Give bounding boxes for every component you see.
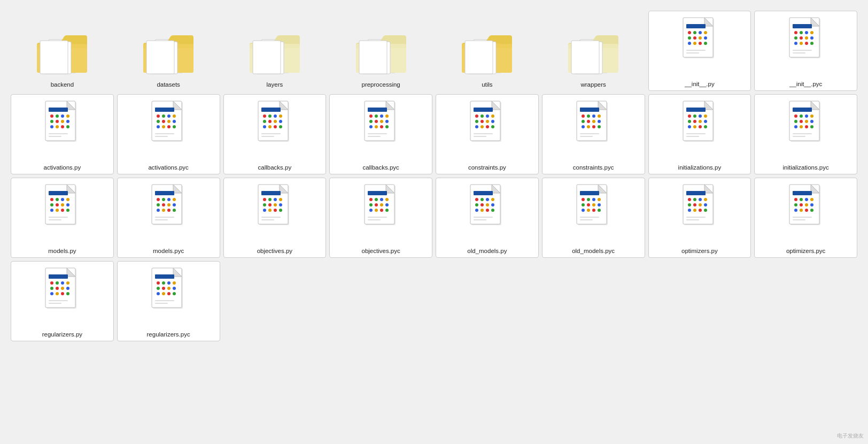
svg-point-177 [587, 125, 590, 128]
svg-point-246 [167, 198, 170, 201]
svg-point-35 [688, 31, 691, 34]
file-item-__init__.pyc[interactable]: __init__.pyc [754, 11, 857, 91]
svg-point-77 [50, 120, 53, 123]
pyfile-icon [150, 100, 187, 146]
svg-point-216 [805, 125, 808, 128]
svg-point-303 [486, 198, 489, 201]
svg-point-94 [167, 114, 170, 118]
file-item-models.py[interactable]: models.py [11, 178, 114, 258]
svg-point-189 [699, 114, 702, 118]
file-item-initializations.pyc[interactable]: initializations.pyc [754, 94, 857, 174]
svg-point-339 [688, 198, 691, 201]
file-item-regularizers.py[interactable]: regularizers.py [11, 261, 114, 341]
svg-point-60 [805, 36, 808, 40]
svg-point-400 [157, 287, 160, 290]
svg-point-115 [263, 120, 266, 123]
svg-point-405 [162, 292, 165, 295]
file-label: constraints.pyc [573, 164, 614, 171]
folder-item-wrappers[interactable]: wrappers [542, 11, 645, 91]
svg-point-193 [699, 120, 702, 123]
svg-point-321 [587, 198, 590, 201]
file-label: __init__.pyc [789, 81, 822, 87]
svg-point-191 [688, 120, 691, 123]
svg-point-119 [263, 125, 266, 128]
svg-point-273 [274, 209, 277, 212]
pyfile-icon [43, 100, 81, 146]
pyfile-icon [362, 100, 400, 146]
svg-point-111 [263, 114, 266, 118]
file-item-old_models.pyc[interactable]: old_models.pyc [542, 178, 645, 258]
file-item-objectives.pyc[interactable]: objectives.pyc [329, 178, 432, 258]
svg-point-245 [162, 198, 165, 201]
svg-point-215 [800, 125, 803, 128]
file-item-callbacks.py[interactable]: callbacks.py [223, 94, 327, 174]
file-item-optimizers.pyc[interactable]: optimizers.pyc [754, 178, 857, 258]
svg-rect-390 [49, 303, 61, 304]
svg-point-170 [592, 114, 595, 118]
svg-point-363 [800, 203, 803, 206]
svg-rect-351 [686, 217, 706, 218]
svg-point-381 [50, 287, 53, 290]
svg-rect-371 [793, 219, 805, 220]
svg-rect-238 [49, 219, 61, 220]
svg-point-331 [598, 209, 601, 212]
svg-point-132 [380, 114, 383, 118]
file-item-old_models.py[interactable]: old_models.py [436, 178, 539, 258]
svg-rect-48 [686, 52, 699, 53]
folder-item-datasets[interactable]: datasets [117, 11, 220, 91]
file-label: old_models.py [467, 248, 507, 254]
svg-point-268 [268, 203, 272, 206]
svg-point-65 [810, 42, 813, 45]
svg-point-244 [157, 198, 160, 201]
svg-point-84 [66, 125, 69, 128]
file-item-__init__.py[interactable]: __init__.py [648, 11, 751, 91]
svg-rect-409 [155, 303, 168, 304]
svg-point-342 [704, 198, 707, 201]
file-item-constraints.pyc[interactable]: constraints.pyc [542, 94, 645, 174]
svg-rect-218 [793, 133, 812, 134]
svg-point-120 [268, 125, 272, 128]
svg-point-121 [274, 125, 277, 128]
file-item-callbacks.pyc[interactable]: callbacks.pyc [329, 94, 432, 174]
svg-point-252 [157, 209, 160, 212]
svg-point-250 [167, 203, 170, 206]
svg-point-59 [800, 36, 803, 40]
svg-point-228 [66, 198, 69, 201]
svg-point-285 [385, 198, 389, 201]
svg-point-248 [157, 203, 160, 206]
svg-point-397 [162, 281, 165, 285]
svg-point-398 [167, 281, 170, 285]
svg-point-179 [598, 125, 601, 128]
svg-point-157 [475, 125, 478, 128]
folder-item-layers[interactable]: layers [223, 11, 327, 91]
file-item-activations.pyc[interactable]: activations.pyc [117, 94, 220, 174]
file-item-models.pyc[interactable]: models.pyc [117, 178, 220, 258]
file-label: models.py [48, 248, 76, 254]
svg-rect-389 [49, 300, 68, 301]
folder-item-backend[interactable]: backend [11, 11, 114, 91]
svg-point-58 [794, 36, 797, 40]
file-item-activations.py[interactable]: activations.py [11, 94, 114, 174]
file-label: initializations.py [678, 164, 722, 171]
folder-item-preprocessing[interactable]: preprocessing [329, 11, 432, 91]
file-label: activations.py [44, 164, 81, 171]
file-item-regularizers.pyc[interactable]: regularizers.pyc [117, 261, 220, 341]
svg-rect-66 [793, 50, 812, 51]
file-item-constraints.py[interactable]: constraints.py [436, 94, 539, 174]
svg-point-214 [794, 125, 797, 128]
svg-point-263 [263, 198, 266, 201]
svg-point-98 [167, 120, 170, 123]
file-item-initializations.py[interactable]: initializations.py [648, 94, 751, 174]
svg-point-194 [704, 120, 707, 123]
svg-point-360 [805, 198, 808, 201]
folder-item-utils[interactable]: utils [436, 11, 539, 91]
svg-point-302 [480, 198, 484, 201]
pyfile-icon [362, 183, 400, 229]
svg-point-226 [56, 198, 59, 201]
svg-point-139 [375, 125, 378, 128]
file-item-optimizers.py[interactable]: optimizers.py [648, 178, 751, 258]
svg-point-99 [173, 120, 176, 123]
svg-rect-276 [261, 219, 274, 220]
svg-point-62 [794, 42, 797, 45]
file-item-objectives.py[interactable]: objectives.py [223, 178, 327, 258]
